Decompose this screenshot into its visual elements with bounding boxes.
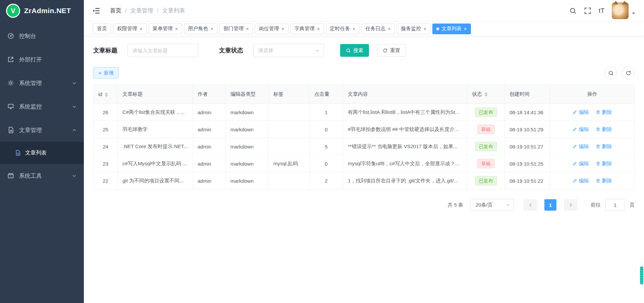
page-number-button[interactable]: 1 (544, 199, 556, 211)
dashboard-icon (7, 33, 14, 39)
topbar-tools: tT (569, 2, 635, 19)
search-icon[interactable] (569, 7, 577, 14)
column-header-id[interactable]: id (94, 85, 118, 104)
close-icon[interactable]: × (388, 26, 391, 31)
cell-editor: markdown (226, 104, 269, 121)
breadcrumb-home[interactable]: 首页 (110, 7, 121, 14)
tab-post[interactable]: 岗位管理× (255, 24, 288, 34)
tab-label: 岗位管理 (259, 26, 279, 32)
font-size-icon[interactable]: tT (599, 7, 604, 14)
tab-service-monitor[interactable]: 服务监控× (397, 24, 430, 34)
page-size-select[interactable]: 20条/页 (471, 199, 514, 211)
next-page-button[interactable] (564, 199, 577, 211)
chevron-down-icon (72, 104, 76, 109)
edit-button[interactable]: 编辑 (573, 126, 589, 133)
close-icon[interactable]: × (353, 26, 356, 31)
sort-icon[interactable] (484, 92, 488, 97)
tab-menu[interactable]: 菜单管理× (149, 24, 182, 34)
edit-button[interactable]: 编辑 (573, 143, 589, 150)
table-row[interactable]: 23 c#写入Mysql中文显示乱码 ... admin markdown my… (94, 155, 635, 172)
column-header-content: 文章内容 (343, 85, 467, 104)
article-status-select[interactable]: 请选择 (253, 44, 324, 57)
cell-editor: markdown (226, 138, 269, 155)
cell-title: c#写入Mysql中文显示乱码 ... (118, 155, 193, 172)
add-button[interactable]: + 新增 (93, 67, 119, 79)
refresh-table-button[interactable] (622, 67, 635, 79)
tab-article-list[interactable]: 文章列表× (432, 24, 471, 34)
cell-tags (269, 138, 310, 155)
tab-home[interactable]: 首页 (93, 24, 111, 34)
avatar[interactable] (612, 2, 629, 19)
delete-button[interactable]: 删除 (596, 109, 612, 116)
cell-content: 1，找到项目所在目录下的 .git/文件夹，进入.git/... (343, 172, 467, 189)
table-row[interactable]: 26 C#两个list集合实现关联，... admin markdown 1 有… (94, 104, 635, 121)
edit-button[interactable]: 编辑 (573, 161, 589, 167)
close-icon[interactable]: × (317, 26, 320, 31)
cell-editor: markdown (226, 172, 269, 189)
delete-button[interactable]: 删除 (596, 126, 612, 133)
sidebar-item-external[interactable]: 外部打开 (0, 48, 84, 71)
breadcrumb-article-list[interactable]: 文章列表 (162, 7, 185, 14)
table-row[interactable]: 25 羽毛球教学 admin markdown 0 #羽毛球拍参数说明 ## 中… (94, 121, 635, 138)
fullscreen-icon[interactable] (584, 7, 591, 14)
close-icon[interactable]: × (423, 26, 426, 31)
chevron-down-icon (72, 174, 76, 178)
tab-label: 定时任务 (330, 26, 350, 32)
cell-author: admin (193, 155, 226, 172)
sort-icon[interactable] (105, 92, 108, 97)
scrollbar-thumb[interactable] (640, 266, 643, 285)
close-icon[interactable]: × (175, 26, 178, 31)
table-row[interactable]: 22 git 为不同的项目设置不同... admin markdown 2 1，… (94, 172, 635, 189)
breadcrumb-article-management[interactable]: 文章管理 (130, 7, 153, 14)
close-icon[interactable]: × (464, 26, 467, 31)
status-badge: 已发布 (475, 107, 497, 117)
sidebar-item-article-list[interactable]: 文章列表 (0, 142, 84, 164)
delete-button[interactable]: 删除 (596, 178, 612, 184)
pagination-total: 共 5 条 (447, 202, 463, 208)
tab-department[interactable]: 部门管理× (219, 24, 253, 34)
column-header-tags: 标签 (269, 85, 310, 104)
breadcrumb-separator: / (157, 7, 159, 14)
close-icon[interactable]: × (246, 26, 249, 31)
cell-created: 08-19 10:51:29 (505, 121, 550, 138)
reset-button[interactable]: 重置 (377, 44, 406, 57)
tab-label: 服务监控 (401, 26, 421, 32)
article-status-label: 文章状态 (219, 46, 253, 54)
close-icon[interactable]: × (140, 26, 143, 31)
sidebar-item-dashboard[interactable]: 控制台 (0, 24, 84, 48)
cell-content: **错误提示** 当电脑更新 VS2017 版本后，如果... (343, 138, 467, 155)
tab-scheduled-task[interactable]: 定时任务× (326, 24, 360, 34)
toggle-search-button[interactable] (604, 67, 617, 79)
cell-author: admin (193, 172, 226, 189)
tab-task-log[interactable]: 任务日志× (361, 24, 395, 34)
close-icon[interactable]: × (281, 26, 284, 31)
tab-dictionary[interactable]: 字典管理× (290, 24, 324, 34)
table-row[interactable]: 24 .NET Core 发布时提示.NET... admin markdown… (94, 138, 635, 155)
delete-button[interactable]: 删除 (596, 161, 612, 167)
sidebar-toggle-icon[interactable] (93, 7, 101, 15)
article-title-input[interactable] (127, 44, 198, 57)
sidebar-item-system-tools[interactable]: 系统工具 (0, 164, 84, 187)
tab-user-role[interactable]: 用户角色× (184, 24, 218, 34)
plus-icon: + (98, 70, 102, 76)
sidebar-item-system-monitor[interactable]: 系统监控 (0, 95, 84, 118)
cell-status: 已发布 (467, 104, 505, 121)
sidebar-item-label: 控制台 (19, 32, 36, 40)
tab-permission[interactable]: 权限管理× (113, 24, 147, 34)
edit-button[interactable]: 编辑 (573, 109, 589, 116)
close-icon[interactable]: × (211, 26, 214, 31)
sidebar-item-article-management[interactable]: 文章管理 (0, 118, 84, 142)
chevron-down-icon[interactable] (632, 12, 635, 14)
delete-button[interactable]: 删除 (596, 143, 612, 150)
sidebar-item-label: 外部打开 (19, 56, 42, 63)
status-badge: 草稿 (477, 125, 495, 134)
cell-id: 24 (94, 138, 118, 155)
column-header-status[interactable]: 状态 (467, 85, 505, 104)
search-button[interactable]: 搜索 (340, 44, 369, 57)
prev-page-button[interactable] (524, 199, 537, 211)
cell-editor: markdown (226, 121, 269, 138)
edit-button[interactable]: 编辑 (573, 178, 589, 184)
goto-page-input[interactable] (605, 199, 625, 211)
cell-status: 已发布 (467, 172, 505, 189)
sidebar-item-system-management[interactable]: 系统管理 (0, 71, 84, 95)
